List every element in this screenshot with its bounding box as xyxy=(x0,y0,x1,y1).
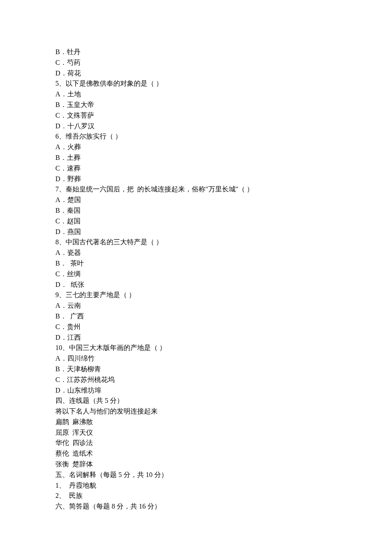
q9-option-b: B． 广西 xyxy=(55,311,337,322)
q7-option-a: A．楚国 xyxy=(55,195,337,205)
section4-instruction: 将以下名人与他们的发明连接起来 xyxy=(55,406,337,417)
q6-option-b: B．土葬 xyxy=(55,153,337,163)
section4-pair-2: 华佗 四诊法 xyxy=(55,438,337,448)
q4-option-d: D．荷花 xyxy=(55,68,337,79)
section4-pair-1: 屈原 浑天仪 xyxy=(55,428,337,438)
section5-item-1: 2、 民族 xyxy=(55,491,337,501)
section5-title: 五、名词解释（每题 5 分，共 10 分） xyxy=(55,470,337,480)
q8-option-d: D． 纸张 xyxy=(55,280,337,290)
q4-option-c: C．芍药 xyxy=(55,58,337,68)
q8-option-c: C．丝绸 xyxy=(55,269,337,280)
q8-stem: 8、中国古代著名的三大特产是（ ） xyxy=(55,237,337,248)
q5-option-c: C．文殊菩萨 xyxy=(55,110,337,121)
q7-option-c: C．赵国 xyxy=(55,216,337,227)
q5-option-a: A．土地 xyxy=(55,89,337,100)
q6-stem: 6、维吾尔族实行（ ） xyxy=(55,131,337,142)
q9-option-c: C．贵州 xyxy=(55,322,337,332)
q10-option-c: C．江苏苏州桃花坞 xyxy=(55,375,337,385)
q10-option-b: B．天津杨柳青 xyxy=(55,364,337,375)
q7-stem: 7、秦始皇统一六国后，把 的长城连接起来，俗称"万里长城"（ ） xyxy=(55,184,337,195)
q6-option-c: C．速葬 xyxy=(55,163,337,174)
q10-option-d: D．山东维坊埠 xyxy=(55,385,337,396)
q10-option-a: A．四川绵竹 xyxy=(55,353,337,364)
q7-option-b: B．秦国 xyxy=(55,205,337,216)
q5-option-b: B．玉皇大帝 xyxy=(55,100,337,110)
q9-stem: 9、三七的主要产地是（ ） xyxy=(55,290,337,301)
q6-option-a: A．火葬 xyxy=(55,142,337,153)
q4-option-b: B．牡丹 xyxy=(55,47,337,58)
section4-pair-0: 扁鹊 麻沸散 xyxy=(55,417,337,428)
q5-stem: 5、以下是佛教供奉的对象的是（ ） xyxy=(55,78,337,89)
q7-option-d: D．燕国 xyxy=(55,227,337,237)
q9-option-d: D．江西 xyxy=(55,332,337,343)
q8-option-a: A．瓷器 xyxy=(55,248,337,258)
section5-item-0: 1、 丹霞地貌 xyxy=(55,480,337,491)
q8-option-b: B． 茶叶 xyxy=(55,258,337,269)
q9-option-a: A．云南 xyxy=(55,301,337,311)
q6-option-d: D．野葬 xyxy=(55,174,337,185)
section4-pair-4: 张衡 楚辞体 xyxy=(55,459,337,470)
q5-option-d: D．十八罗汉 xyxy=(55,121,337,132)
section4-pair-3: 蔡伦 造纸术 xyxy=(55,448,337,459)
section4-title: 四、连线题（共 5 分） xyxy=(55,396,337,406)
section6-title: 六、简答题（每题 8 分，共 16 分） xyxy=(55,501,337,512)
q10-stem: 10、中国三大木版年画的产地是（ ） xyxy=(55,343,337,353)
